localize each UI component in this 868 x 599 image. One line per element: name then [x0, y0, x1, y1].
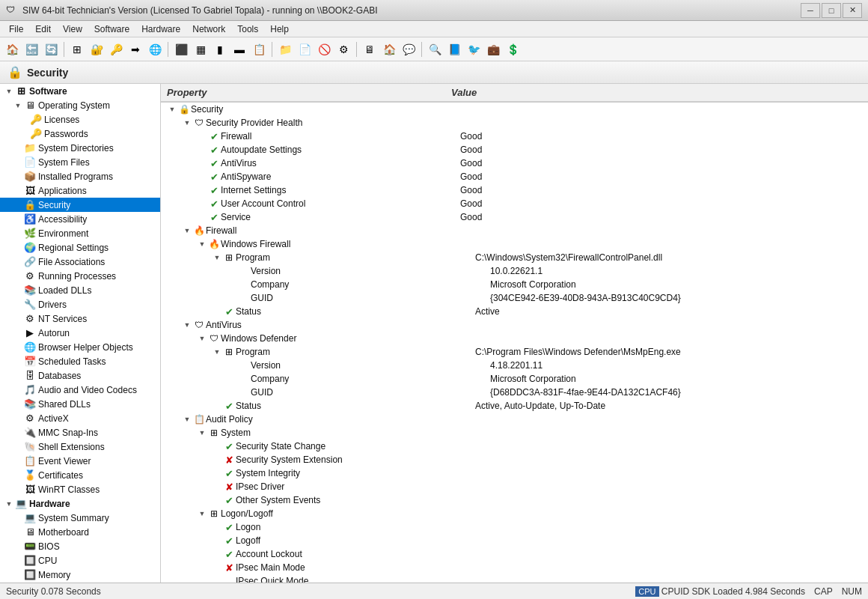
- sidebar-item-activex[interactable]: ⚙ActiveX: [0, 411, 160, 425]
- menu-item-hardware[interactable]: Hardware: [135, 22, 186, 36]
- content-tree-row[interactable]: ▼🔥Firewall: [161, 224, 868, 237]
- sidebar-item-audio-and-video-codecs[interactable]: 🎵Audio and Video Codecs: [0, 383, 160, 397]
- content-tree-row[interactable]: ▼🛡Windows Defender: [161, 332, 868, 345]
- sidebar-item-memory[interactable]: 🔲Memory: [0, 568, 160, 582]
- content-tree-row[interactable]: ▼📋Audit Policy: [161, 413, 868, 426]
- content-tree-row[interactable]: Version10.0.22621.1: [161, 264, 868, 278]
- content-tree-row[interactable]: ✔ServiceGood: [161, 210, 868, 224]
- toolbar-btn-15[interactable]: 📄: [296, 40, 314, 58]
- sidebar-item-system-files[interactable]: 📄System Files: [0, 155, 160, 169]
- close-button[interactable]: ✕: [843, 3, 862, 18]
- content-tree-row[interactable]: ✔User Account ControlGood: [161, 197, 868, 210]
- sidebar-item-cpu[interactable]: 🔲CPU: [0, 553, 160, 568]
- content-tree-row[interactable]: ✔Autoupdate SettingsGood: [161, 143, 868, 156]
- menu-item-file[interactable]: File: [3, 22, 29, 36]
- sidebar-group-software[interactable]: ▼⊞Software: [0, 84, 160, 98]
- toolbar-btn-1[interactable]: 🏠: [3, 40, 21, 58]
- content-tree-row[interactable]: ✔Account Lockout: [161, 547, 868, 561]
- sidebar-item-loaded-dlls[interactable]: 📚Loaded DLLs: [0, 283, 160, 297]
- content-tree-row[interactable]: ✔StatusActive: [161, 305, 868, 318]
- expander-icon[interactable]: ▼: [197, 510, 207, 517]
- maximize-button[interactable]: □: [822, 3, 841, 18]
- toolbar-btn-2[interactable]: 🔙: [22, 40, 40, 58]
- sidebar-item-shell-extensions[interactable]: 🐚Shell Extensions: [0, 440, 160, 454]
- sidebar-item-running-processes[interactable]: ⚙Running Processes: [0, 269, 160, 283]
- content-tree-row[interactable]: ▼🔒Security: [161, 103, 868, 116]
- content-tree-row[interactable]: ✔Logon: [161, 520, 868, 534]
- toolbar-btn-16[interactable]: 🚫: [315, 40, 333, 58]
- content-tree-row[interactable]: GUID{D68DDC3A-831F-4fae-9E44-DA132C1ACF4…: [161, 386, 868, 399]
- sidebar-item-mmc-snap-ins[interactable]: 🔌MMC Snap-Ins: [0, 425, 160, 440]
- sidebar-item-drivers[interactable]: 🔧Drivers: [0, 297, 160, 311]
- menu-item-network[interactable]: Network: [186, 22, 231, 36]
- expander-icon[interactable]: ▼: [182, 119, 192, 127]
- sidebar-item-motherboard[interactable]: 🖥Motherboard: [0, 525, 160, 539]
- content-tree-row[interactable]: CompanyMicrosoft Corporation: [161, 372, 868, 386]
- toolbar-btn-17[interactable]: ⚙: [334, 40, 352, 58]
- toolbar-btn-18[interactable]: 🖥: [361, 40, 379, 58]
- sidebar-item-applications[interactable]: 🖼Applications: [0, 183, 160, 198]
- content-tree-row[interactable]: ✘Security System Extension: [161, 453, 868, 466]
- sidebar-item-bios[interactable]: 📟BIOS: [0, 539, 160, 553]
- sidebar-item-system-summary[interactable]: 💻System Summary: [0, 511, 160, 525]
- expander-icon[interactable]: ▼: [212, 254, 222, 261]
- sidebar-item-scheduled-tasks[interactable]: 📅Scheduled Tasks: [0, 354, 160, 368]
- minimize-button[interactable]: ─: [801, 3, 820, 18]
- content-tree-row[interactable]: ✔Other System Events: [161, 493, 868, 507]
- toolbar-btn-22[interactable]: 📘: [445, 40, 463, 58]
- sidebar-item-operating-system[interactable]: ▼🖥Operating System: [0, 98, 160, 112]
- sidebar-item-winrt-classes[interactable]: 🖼WinRT Classes: [0, 482, 160, 496]
- toolbar-btn-24[interactable]: 💼: [484, 40, 502, 58]
- content-tree-row[interactable]: ✘IPsec Main Mode: [161, 561, 868, 574]
- content-tree-row[interactable]: ✔Security State Change: [161, 440, 868, 453]
- sidebar-item-passwords[interactable]: 🔑Passwords: [0, 127, 160, 141]
- sidebar-group-hardware[interactable]: ▼💻Hardware: [0, 496, 160, 511]
- toolbar-btn-20[interactable]: 💬: [400, 40, 418, 58]
- sidebar-item-event-viewer[interactable]: 📋Event Viewer: [0, 454, 160, 468]
- content-tree-row[interactable]: ✔System Integrity: [161, 466, 868, 480]
- toolbar-btn-11[interactable]: ▮: [211, 40, 229, 58]
- content-tree-row[interactable]: ✔Logoff: [161, 534, 868, 547]
- sidebar-item-accessibility[interactable]: ♿Accessibility: [0, 212, 160, 226]
- content-tree-row[interactable]: ✘IPsec Driver: [161, 480, 868, 493]
- content-tree-row[interactable]: ✔StatusActive, Auto-Update, Up-To-Date: [161, 399, 868, 413]
- sidebar-item-nt-services[interactable]: ⚙NT Services: [0, 311, 160, 326]
- expander-icon[interactable]: ▼: [197, 335, 207, 342]
- toolbar-btn-13[interactable]: 📋: [250, 40, 268, 58]
- content-tree-row[interactable]: Version4.18.2201.11: [161, 359, 868, 372]
- content-tree-row[interactable]: ▼🛡Security Provider Health: [161, 116, 868, 130]
- toolbar-btn-6[interactable]: 🔑: [107, 40, 125, 58]
- content-tree-row[interactable]: ▼🔥Windows Firewall: [161, 237, 868, 251]
- sidebar-item-installed-programs[interactable]: 📦Installed Programs: [0, 169, 160, 183]
- toolbar-btn-3[interactable]: 🔄: [42, 40, 60, 58]
- sidebar-item-sensors[interactable]: 🌡Sensors: [0, 582, 160, 583]
- sidebar-item-system-directories[interactable]: 📁System Directories: [0, 141, 160, 155]
- toolbar-btn-23[interactable]: 🐦: [465, 40, 483, 58]
- sidebar-item-regional-settings[interactable]: 🌍Regional Settings: [0, 240, 160, 255]
- menu-item-software[interactable]: Software: [88, 22, 135, 36]
- content-tree-row[interactable]: ✔AntiSpywareGood: [161, 170, 868, 183]
- expander-icon[interactable]: ▼: [182, 227, 192, 234]
- toolbar-btn-14[interactable]: 📁: [276, 40, 294, 58]
- expander-icon[interactable]: ▼: [167, 106, 177, 113]
- sidebar-item-autorun[interactable]: ▶Autorun: [0, 326, 160, 340]
- menu-item-tools[interactable]: Tools: [231, 22, 264, 36]
- content-tree-row[interactable]: ▼⊞ProgramC:\Program Files\Windows Defend…: [161, 345, 868, 359]
- content-tree-row[interactable]: ✔FirewallGood: [161, 130, 868, 143]
- expander-icon[interactable]: ▼: [182, 416, 192, 423]
- sidebar-item-licenses[interactable]: 🔑Licenses: [0, 112, 160, 127]
- expander-icon[interactable]: ▼: [197, 240, 207, 248]
- sidebar-item-security[interactable]: 🔒Security: [0, 198, 160, 212]
- toolbar-btn-10[interactable]: ▦: [192, 40, 210, 58]
- toolbar-btn-25[interactable]: 💲: [504, 40, 522, 58]
- sidebar-item-file-associations[interactable]: 🔗File Associations: [0, 255, 160, 269]
- sidebar-item-shared-dlls[interactable]: 📚Shared DLLs: [0, 397, 160, 411]
- toolbar-btn-7[interactable]: ➡: [126, 40, 144, 58]
- content-tree-row[interactable]: CompanyMicrosoft Corporation: [161, 278, 868, 291]
- sidebar-item-databases[interactable]: 🗄Databases: [0, 368, 160, 383]
- toolbar-btn-8[interactable]: 🌐: [146, 40, 164, 58]
- sidebar-item-certificates[interactable]: 🏅Certificates: [0, 468, 160, 482]
- content-tree-row[interactable]: GUID{304CE942-6E39-40D8-943A-B913C40C9CD…: [161, 291, 868, 305]
- toolbar-btn-19[interactable]: 🏠: [380, 40, 398, 58]
- toolbar-btn-9[interactable]: ⬛: [172, 40, 190, 58]
